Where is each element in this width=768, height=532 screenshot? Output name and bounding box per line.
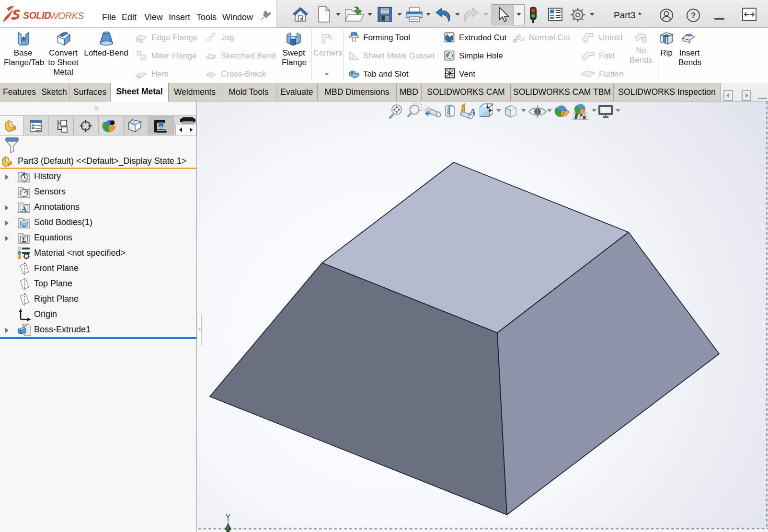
svg-text:A: A <box>468 106 475 118</box>
svg-text:?: ? <box>691 11 696 20</box>
svg-text:SOLID: SOLID <box>23 10 51 21</box>
svg-text:WORKS: WORKS <box>49 11 84 21</box>
svg-text:Σ: Σ <box>22 237 26 244</box>
svg-text:A: A <box>21 205 27 213</box>
